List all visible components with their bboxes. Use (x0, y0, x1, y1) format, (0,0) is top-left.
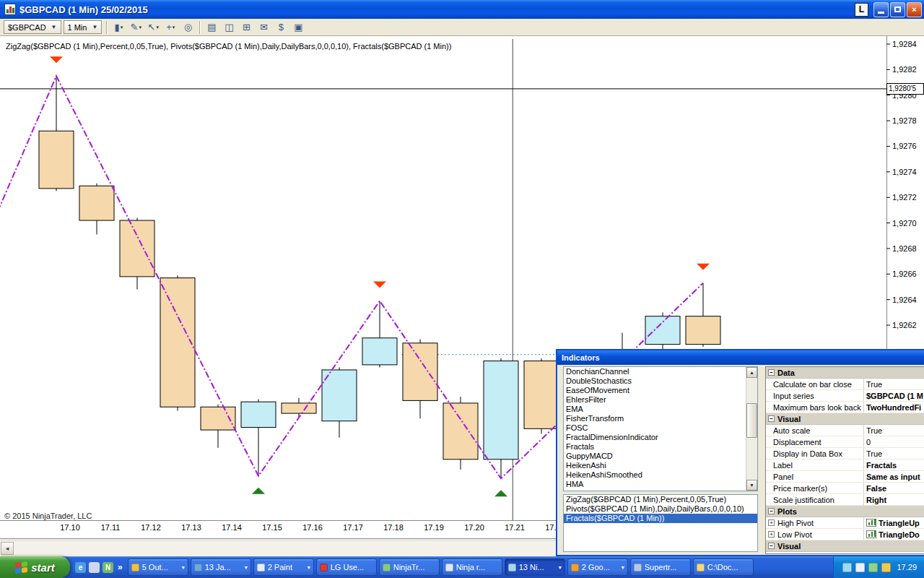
ninja-charts-task[interactable]: 13 Ni...▾ (505, 558, 565, 576)
messenger-icon[interactable] (881, 563, 891, 572)
property-section-header[interactable]: −Plots (766, 506, 924, 517)
configured-indicators-list[interactable]: ZigZag($GBPCAD (1 Min),Percent,0,05,True… (563, 494, 758, 552)
indicator-list-item[interactable]: HMA (564, 480, 746, 489)
property-section-header[interactable]: −Visual (766, 540, 924, 552)
indicator-list-item[interactable]: DonchianChannel (564, 367, 746, 376)
drawing-tools-button[interactable]: ✎▾ (128, 20, 144, 35)
property-row[interactable]: PanelSame as input (766, 471, 924, 483)
collapse-icon[interactable]: − (768, 508, 775, 514)
property-value[interactable]: TwoHundredFi (864, 402, 924, 413)
panels-button[interactable]: ◫ (221, 20, 237, 35)
link-button[interactable]: L (855, 3, 868, 17)
security-icon[interactable] (868, 563, 878, 572)
indicator-list-item[interactable]: HeikenAshiSmoothed (564, 470, 746, 480)
property-row[interactable]: Auto scaleTrue (766, 425, 924, 436)
show-desktop-icon[interactable] (89, 562, 100, 573)
expand-icon[interactable]: + (768, 519, 775, 526)
close-button[interactable]: × (907, 2, 922, 17)
property-value[interactable]: True (864, 425, 924, 436)
property-row[interactable]: +High PivotTriangleUp (766, 517, 924, 529)
google-task[interactable]: 2 Goo...▾ (567, 558, 628, 576)
indicator-list-item[interactable]: EaseOfMovement (564, 386, 746, 395)
indicator-list-item[interactable]: Fractals (564, 442, 746, 452)
scroll-left-button[interactable]: ◂ (1, 542, 14, 555)
scrollbar-thumb[interactable] (746, 403, 757, 438)
property-row[interactable]: LabelFractals (766, 460, 924, 471)
window-button[interactable]: ▣ (290, 20, 306, 35)
configured-indicator-item[interactable]: ZigZag($GBPCAD (1 Min),Percent,0,05,True… (564, 495, 757, 504)
configured-indicator-item[interactable]: Fractals($GBPCAD (1 Min)) (564, 514, 757, 523)
property-name: Display in Data Box (766, 448, 864, 459)
paint-task[interactable]: 2 Paint▾ (253, 558, 314, 576)
minimize-button[interactable] (873, 2, 889, 17)
property-value[interactable]: True (864, 379, 924, 389)
available-indicators-list[interactable]: DonchianChannelDoubleStochasticsEaseOfMo… (563, 366, 758, 491)
scroll-down-button[interactable]: ▼ (746, 480, 757, 491)
indicator-list-item[interactable]: GuppyMACD (564, 452, 746, 461)
indicator-list-item[interactable]: DoubleStochastics (564, 376, 746, 386)
property-section-header[interactable]: −Data (766, 367, 924, 379)
outlook-task[interactable]: 5 Out...▾ (128, 558, 188, 576)
account-button[interactable]: $ (273, 20, 289, 35)
explorer-task[interactable]: C:\Doc... (693, 558, 754, 576)
crosshair-button[interactable]: +▾ (162, 20, 178, 35)
property-value[interactable]: Same as input (864, 471, 924, 482)
indicators-dialog-titlebar[interactable]: Indicators (557, 350, 924, 365)
maximize-button[interactable] (890, 2, 905, 17)
interval-select[interactable]: 1 Min ▼ (64, 20, 103, 34)
property-row[interactable]: Maximum bars look backTwoHundredFi (766, 402, 924, 413)
property-row[interactable]: Displacement0 (766, 436, 924, 448)
property-section-header[interactable]: −Visual (766, 413, 924, 425)
property-row[interactable]: +Low PivotTriangleDo (766, 529, 924, 540)
property-value[interactable]: TriangleUp (864, 517, 924, 528)
collapse-icon[interactable]: − (768, 543, 775, 549)
lg-user-task[interactable]: LG Use... (316, 558, 377, 576)
indicator-list-item[interactable]: FisherTransform (564, 414, 746, 423)
property-value[interactable]: Right (864, 494, 924, 505)
property-row[interactable]: Calculate on bar closeTrue (766, 379, 924, 390)
property-value[interactable]: 0 (864, 436, 924, 447)
indicators-dialog-body: DonchianChannelDoubleStochasticsEaseOfMo… (557, 365, 924, 556)
candle-body (686, 316, 720, 345)
property-value[interactable]: $GBPCAD (1 M (864, 390, 924, 401)
quick-launch-overflow-icon[interactable]: » (118, 562, 123, 572)
grid-button[interactable]: ⊞ (238, 20, 254, 35)
property-value[interactable]: Fractals (864, 460, 924, 470)
supertrend-task[interactable]: Supertr... (630, 558, 691, 576)
indicator-list-item[interactable]: HeikenAshi (564, 461, 746, 470)
configured-indicator-item[interactable]: Pivots($GBPCAD (1 Min),Daily,DailyBars,0… (564, 504, 757, 514)
cursor-tool-button[interactable]: ↖▾ (145, 20, 161, 35)
property-value[interactable]: True (864, 448, 924, 459)
expand-icon[interactable]: + (768, 531, 775, 538)
scroll-up-button[interactable]: ▲ (746, 367, 757, 378)
property-value[interactable]: TriangleDo (864, 529, 924, 540)
network-icon[interactable] (842, 563, 852, 572)
collapse-icon[interactable]: − (768, 415, 775, 422)
window-titlebar[interactable]: $GBPCAD (1 Min) 25/02/2015 L × (0, 0, 924, 19)
indicator-list-item[interactable]: EhlersFilter (564, 395, 746, 405)
property-row[interactable]: Price marker(s)False (766, 483, 924, 494)
collapse-icon[interactable]: − (768, 369, 775, 376)
property-value[interactable]: False (864, 483, 924, 493)
snapshot-button[interactable]: ✉ (256, 20, 271, 35)
chart-style-button[interactable]: ▮▾ (110, 20, 126, 35)
indicator-list-item[interactable]: FractalDimensionIndicator (564, 433, 746, 442)
ninja-doc-task[interactable]: Ninja r... (442, 558, 502, 576)
property-row[interactable]: Input series$GBPCAD (1 M (766, 390, 924, 402)
property-row[interactable]: Display in Data BoxTrue (766, 448, 924, 460)
instrument-select[interactable]: $GBPCAD ▼ (4, 20, 61, 34)
volume-icon[interactable] (855, 563, 865, 572)
zoom-button[interactable]: ◎ (180, 20, 196, 35)
indicator-list-item[interactable]: FOSC (564, 423, 746, 433)
ninjatrader-task[interactable]: NinjaTr... (379, 558, 440, 576)
java-task[interactable]: 13 Ja...▾ (191, 558, 251, 576)
property-row[interactable]: Scale justificationRight (766, 494, 924, 506)
x-axis-label: 17.18 (383, 523, 404, 532)
available-list-scrollbar[interactable]: ▲ ▼ (746, 367, 757, 491)
start-button[interactable]: start (0, 556, 70, 578)
system-tray: 17.29 (833, 556, 924, 578)
data-series-button[interactable]: ▤ (204, 20, 219, 35)
ninjatrader-quick-icon[interactable]: N (103, 562, 113, 573)
internet-explorer-icon[interactable]: e (75, 562, 86, 573)
indicator-list-item[interactable]: EMA (564, 405, 746, 414)
